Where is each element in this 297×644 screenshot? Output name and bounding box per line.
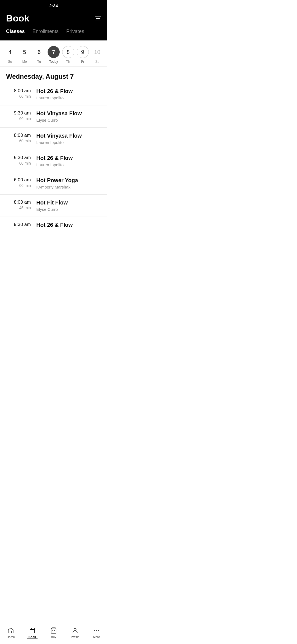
day-label-today: Today	[49, 60, 58, 64]
class-item-4[interactable]: 9:30 am 60 min Hot 26 & Flow Lauren Ippo…	[0, 150, 107, 172]
date-heading: Wednesday, August 7	[0, 67, 107, 83]
class-item-2[interactable]: 9:30 am 60 min Hot Vinyasa Flow Elyse Cu…	[0, 105, 107, 128]
class-list: 8:00 am 60 min Hot 26 & Flow Lauren Ippo…	[0, 83, 107, 261]
class-info-7: Hot 26 & Flow	[36, 222, 101, 228]
calendar-strip: 4 Su 5 Mo 6 Tu 7 Today 8 Th 9 Fr 10 Sa	[0, 40, 107, 67]
class-item-5[interactable]: 6:00 am 60 min Hot Power Yoga Kymberly M…	[0, 172, 107, 195]
day-number-6: 6	[33, 46, 45, 58]
day-number-5: 5	[18, 46, 31, 58]
calendar-day-7[interactable]: 7 Today	[47, 46, 60, 64]
day-number-9: 9	[77, 46, 89, 58]
class-time-5: 6:00 am 60 min	[6, 177, 36, 188]
header: Book	[0, 10, 107, 29]
calendar-day-10[interactable]: 10 Sa	[90, 46, 104, 64]
day-label-th: Th	[66, 60, 70, 64]
class-info-6: Hot Fit Flow Elyse Curro	[36, 200, 101, 212]
calendar-day-4[interactable]: 4 Su	[3, 46, 16, 64]
day-number-8: 8	[62, 46, 74, 58]
class-info-3: Hot Vinyasa Flow Lauren Ippolito	[36, 133, 101, 145]
class-item-6[interactable]: 8:00 am 45 min Hot Fit Flow Elyse Curro	[0, 195, 107, 217]
calendar-day-8[interactable]: 8 Th	[62, 46, 75, 64]
class-info-4: Hot 26 & Flow Lauren Ippolito	[36, 155, 101, 167]
class-item-7[interactable]: 9:30 am Hot 26 & Flow	[0, 217, 107, 233]
class-time-4: 9:30 am 60 min	[6, 155, 36, 165]
day-label-mo: Mo	[22, 60, 27, 64]
day-number-4: 4	[4, 46, 16, 58]
class-time-7: 9:30 am	[6, 222, 36, 227]
class-time-3: 8:00 am 60 min	[6, 133, 36, 143]
class-time-1: 8:00 am 60 min	[6, 88, 36, 99]
calendar-day-9[interactable]: 9 Fr	[76, 46, 89, 64]
day-number-7: 7	[48, 46, 60, 58]
filter-button[interactable]	[95, 17, 101, 20]
day-label-fr: Fr	[81, 60, 84, 64]
class-info-2: Hot Vinyasa Flow Elyse Curro	[36, 110, 101, 122]
calendar-day-5[interactable]: 5 Mo	[18, 46, 31, 64]
day-label-su: Su	[8, 60, 12, 64]
status-time: 2:34	[49, 3, 58, 8]
calendar-day-6[interactable]: 6 Tu	[32, 46, 46, 64]
class-item-3[interactable]: 8:00 am 60 min Hot Vinyasa Flow Lauren I…	[0, 128, 107, 150]
tab-classes[interactable]: Classes	[6, 29, 25, 36]
class-info-5: Hot Power Yoga Kymberly Marshak	[36, 177, 101, 189]
tab-bar: Classes Enrollments Privates	[0, 29, 107, 40]
class-time-2: 9:30 am 60 min	[6, 110, 36, 121]
tab-privates[interactable]: Privates	[66, 29, 84, 36]
page-title: Book	[6, 13, 29, 24]
class-info-1: Hot 26 & Flow Lauren Ippolito	[36, 88, 101, 100]
status-bar: 2:34	[0, 0, 107, 10]
class-item-1[interactable]: 8:00 am 60 min Hot 26 & Flow Lauren Ippo…	[0, 83, 107, 105]
tab-enrollments[interactable]: Enrollments	[32, 29, 59, 36]
day-label-sa: Sa	[95, 60, 99, 64]
class-time-6: 8:00 am 45 min	[6, 200, 36, 210]
day-label-tu: Tu	[37, 60, 41, 64]
day-number-10: 10	[91, 46, 103, 58]
